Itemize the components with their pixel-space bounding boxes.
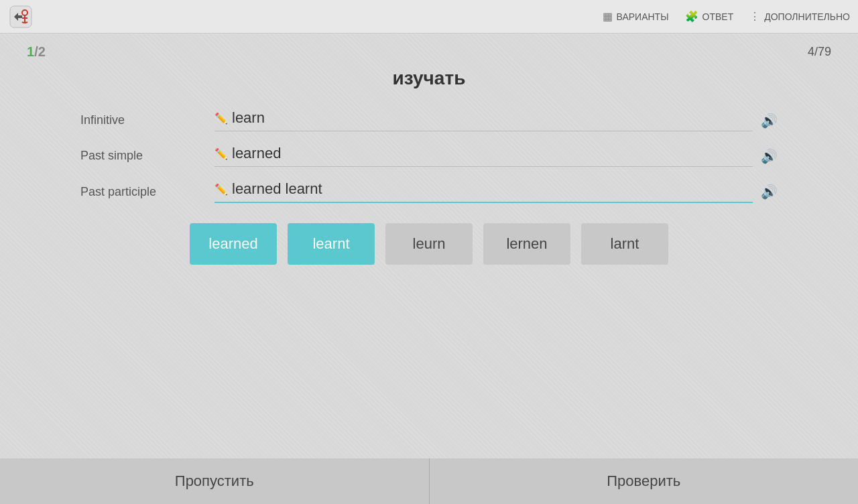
form-infinitive: Infinitive ✏️ learn 🔊 [80,109,778,131]
pencil-icon-infinitive: ✏️ [214,112,228,125]
form-label-infinitive: Infinitive [80,113,214,127]
answer-btn-lernen[interactable]: lernen [483,223,570,265]
nav-more[interactable]: ⋮ ДОПОЛНИТЕЛЬНО [749,10,850,23]
header-nav: ▦ ВАРИАНТЫ 🧩 ОТВЕТ ⋮ ДОПОЛНИТЕЛЬНО [603,10,850,23]
answer-icon: 🧩 [685,10,698,23]
skip-button[interactable]: Пропустить [0,458,430,504]
form-past-simple: Past simple ✏️ learned 🔊 [80,145,778,167]
form-value-wrapper-past-participle: ✏️ learned learnt [214,180,753,203]
form-past-participle: Past participle ✏️ learned learnt 🔊 [80,180,778,203]
form-label-past-simple: Past simple [80,149,214,163]
nav-variants-label: ВАРИАНТЫ [617,11,669,22]
step-total: 2 [38,44,46,59]
nav-answer[interactable]: 🧩 ОТВЕТ [685,10,734,23]
main-content: 1/2 4/79 изучать Infinitive ✏️ learn 🔊 P… [0,34,858,265]
progress-row: 1/2 4/79 [27,44,831,60]
sound-icon-past-participle[interactable]: 🔊 [761,184,778,200]
nav-more-label: ДОПОЛНИТЕЛЬНО [764,11,850,22]
step-counter: 1/2 [27,44,46,60]
card-counter: 4/79 [808,45,831,59]
form-value-infinitive: learn [232,109,265,127]
pencil-icon-past-simple: ✏️ [214,147,228,160]
form-label-past-participle: Past participle [80,185,214,199]
variants-icon: ▦ [603,10,613,23]
answer-btn-leurn[interactable]: leurn [385,223,473,265]
sound-icon-infinitive[interactable]: 🔊 [761,113,778,129]
form-value-wrapper-infinitive: ✏️ learn [214,109,753,131]
step-current: 1 [27,44,34,59]
answer-btn-larnt[interactable]: larnt [581,223,668,265]
form-value-past-simple: learned [232,145,281,162]
header: ▦ ВАРИАНТЫ 🧩 ОТВЕТ ⋮ ДОПОЛНИТЕЛЬНО [0,0,858,34]
check-button[interactable]: Проверить [430,458,859,504]
forms-container: Infinitive ✏️ learn 🔊 Past simple ✏️ lea… [80,109,778,203]
nav-variants[interactable]: ▦ ВАРИАНТЫ [603,10,669,23]
answer-btn-learnt[interactable]: learnt [288,223,375,265]
more-icon: ⋮ [749,10,760,23]
bottom-bar: Пропустить Проверить [0,458,858,504]
sound-icon-past-simple[interactable]: 🔊 [761,148,778,164]
logo[interactable] [8,4,34,29]
word-title: изучать [27,68,831,89]
form-value-past-participle: learned learnt [232,180,322,198]
form-value-wrapper-past-simple: ✏️ learned [214,145,753,167]
nav-answer-label: ОТВЕТ [702,11,734,22]
card-current: 4 [808,45,814,58]
answer-buttons: learned learnt leurn lernen larnt [27,223,831,265]
pencil-icon-past-participle: ✏️ [214,183,228,196]
card-total: 79 [818,45,831,58]
answer-btn-learned[interactable]: learned [190,223,277,265]
